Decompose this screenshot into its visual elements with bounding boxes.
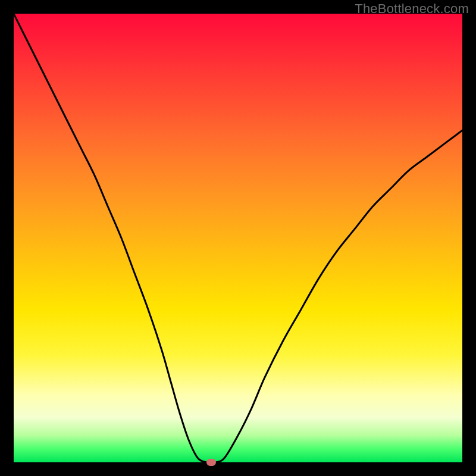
bottleneck-curve (14, 14, 462, 462)
optimal-point-marker (206, 459, 216, 466)
plot-area (14, 14, 462, 462)
chart-frame: TheBottleneck.com (0, 0, 476, 476)
